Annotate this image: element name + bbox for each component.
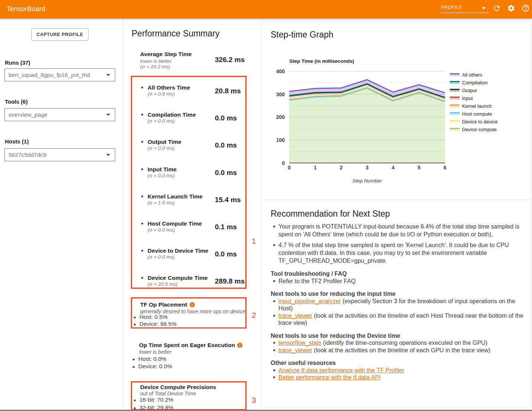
recommendation-bullet: 4.7 % of the total step time sampled is …	[271, 241, 526, 265]
eager-execution-block: Op Time Spent on Eager Executioni lower …	[131, 341, 246, 375]
dashboard-selector[interactable]: PROFILE	[441, 3, 489, 13]
tensorflow-stats-link[interactable]: tensorflow_stats	[278, 340, 322, 346]
tools-select[interactable]: overview_page	[4, 108, 115, 121]
average-step-time-sigma: (σ = 20.2 ms)	[140, 64, 192, 69]
hosts-select[interactable]: 5627c5dd7dc9	[4, 148, 115, 161]
svg-text:2: 2	[340, 165, 343, 171]
legend-item: Device to device	[450, 119, 497, 124]
recommendation-title: Recommendation for Next Step	[271, 209, 390, 219]
sidebar: CAPTURE PROFILE Runs (37) bert_squad_8gp…	[0, 19, 123, 411]
device-precisions-16bit: 16-bit: 70.2%	[139, 397, 173, 403]
reco-section-input-tools: Next tools to use for reducing the input…	[271, 290, 526, 327]
reco-section-device-tools: Next tools to use for reducing the Devic…	[271, 332, 526, 354]
app-header: TensorBoard PROFILE	[0, 0, 532, 19]
trace-viewer-link[interactable]: trace_viewer	[278, 347, 312, 353]
annotation-box-1: All Others Time (σ = 0.6 ms) 20.8 ms Com…	[131, 76, 246, 289]
settings-button[interactable]	[507, 4, 515, 12]
tf-op-placement-device: Device: 99.5%	[139, 321, 177, 327]
performance-summary-panel: Performance Summary Average Step Time lo…	[123, 19, 262, 411]
metric-label: Compilation Time	[148, 111, 196, 118]
device-precisions-title: Device Compute Precisions	[140, 384, 216, 391]
annotation-digit-2: 2	[252, 311, 256, 320]
recommendation-bullets: Your program is POTENTIALLY input-bound …	[271, 223, 526, 265]
legend-swatch-icon	[450, 97, 460, 100]
average-step-time: Average Step Time lower is better (σ = 2…	[140, 51, 192, 69]
step-time-chart: 01002003004000123456Step Time (in millis…	[262, 21, 531, 200]
legend-fill-swatch	[450, 82, 460, 84]
runs-select[interactable]: bert_squad_8gpu_fp16_pvt_thd	[4, 68, 115, 81]
legend-label: Device to device	[462, 119, 497, 124]
metric-label: Output Time	[148, 139, 181, 145]
reco-item-text: (identify the time-consuming operations …	[322, 340, 487, 346]
capture-profile-button[interactable]: CAPTURE PROFILE	[31, 28, 88, 41]
gear-icon	[507, 4, 515, 12]
bullet-icon	[141, 87, 143, 88]
metric-label: Device to Device Time	[148, 247, 208, 254]
bottom-divider	[0, 410, 532, 411]
legend-fill-swatch	[450, 74, 460, 76]
chevron-down-icon	[106, 114, 110, 116]
average-step-time-note: lower is better	[140, 58, 192, 64]
tfdata-api-link[interactable]: Better performance with the tf.data API	[278, 374, 381, 381]
svg-text:200: 200	[276, 114, 285, 120]
bullet-icon	[141, 114, 143, 116]
legend-swatch-icon	[450, 120, 460, 123]
bullet-icon	[134, 399, 136, 401]
tfdata-profiler-link[interactable]: Analyze tf.data performance with the TF …	[278, 367, 404, 373]
reco-item: Refer to the TF2 Profiler FAQ	[271, 278, 526, 285]
bullet-icon	[133, 366, 135, 368]
reco-item: trace_viewer (look at the activities on …	[271, 347, 526, 354]
tools-select-value: overview_page	[9, 111, 47, 118]
chevron-down-icon	[106, 74, 110, 76]
legend-label: Output	[462, 88, 477, 93]
legend-label: Input	[462, 96, 473, 101]
trace-viewer-link[interactable]: trace_viewer	[278, 313, 312, 319]
legend-fill-swatch	[450, 113, 460, 115]
svg-text:1: 1	[314, 165, 317, 171]
bullet-icon	[141, 250, 143, 252]
right-column: Step-time Graph 01002003004000123456Step…	[262, 19, 532, 411]
metric-value: 0.0 ms	[215, 250, 237, 258]
recommendation-card: Recommendation for Next Step Your progra…	[262, 200, 531, 408]
bullet-icon	[141, 223, 143, 224]
svg-text:300: 300	[276, 91, 285, 97]
reco-item-text: (look at the activities on the timeline …	[312, 347, 490, 353]
dashboard-selector-value: PROFILE	[441, 5, 462, 10]
metric-label: Device Compute Time	[148, 275, 208, 281]
info-icon[interactable]: i	[237, 343, 242, 348]
eager-execution-note: lower is better	[139, 349, 171, 355]
help-icon	[522, 4, 530, 12]
annotation-box-3: Device Compute Precisions out of Total D…	[131, 381, 246, 410]
hosts-label: Hosts (1)	[5, 138, 29, 145]
help-button[interactable]	[522, 4, 530, 12]
metric-sigma: (σ = 1.5 ms)	[148, 200, 175, 206]
reco-item: Analyze tf.data performance with the TF …	[271, 367, 526, 374]
reco-section-heading: Tool troubleshooting / FAQ	[271, 270, 526, 278]
reco-section-faq: Tool troubleshooting / FAQ Refer to the …	[271, 270, 526, 285]
chevron-down-icon	[106, 154, 110, 156]
legend-item: Host compute	[450, 111, 492, 116]
tf-op-placement-title-text: TF Op Placement	[140, 301, 187, 308]
svg-text:5: 5	[417, 165, 420, 171]
eager-execution-host: Host: 0.0%	[138, 356, 167, 362]
bullet-icon	[141, 141, 143, 143]
legend-label: Kernel launch	[462, 103, 492, 109]
reco-section-heading: Other useful resources	[271, 359, 526, 367]
svg-text:3: 3	[366, 165, 369, 171]
metric-sigma: (σ = 0.0 ms)	[148, 173, 175, 178]
info-icon[interactable]: i	[190, 302, 195, 307]
legend-item: Input	[450, 96, 473, 101]
legend-fill-swatch	[450, 121, 460, 123]
legend-item: Device compute	[450, 127, 497, 132]
eager-execution-title: Op Time Spent on Eager Executioni	[139, 342, 242, 349]
svg-text:100: 100	[276, 137, 285, 143]
svg-text:6: 6	[444, 165, 446, 171]
bullet-icon	[141, 168, 143, 170]
input-pipeline-analyzer-link[interactable]: input_pipeline_analyzer	[278, 298, 341, 304]
runs-label: Runs (37)	[5, 59, 30, 66]
refresh-button[interactable]	[493, 4, 501, 12]
app-title: TensorBoard	[7, 5, 45, 13]
reco-item: input_pipeline_analyzer (especially Sect…	[271, 298, 526, 312]
metric-sigma: (σ = 0.6 ms)	[148, 91, 175, 97]
metric-sigma: (σ = 0.0 ms)	[148, 118, 175, 124]
